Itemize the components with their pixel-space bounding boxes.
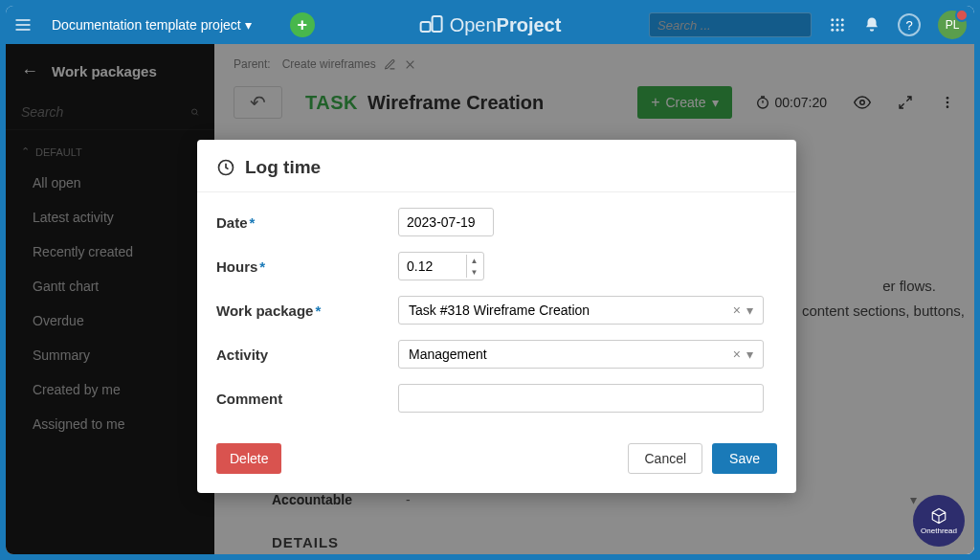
- brand-badge[interactable]: Onethread: [913, 495, 965, 547]
- app-header: Documentation template project ▾ + OpenP…: [6, 6, 974, 44]
- work-package-select[interactable]: Task #318 Wireframe Creation × ▾: [398, 296, 764, 325]
- chevron-down-icon[interactable]: ▾: [746, 347, 753, 362]
- svg-point-15: [841, 29, 844, 32]
- logo-text-1: Open: [450, 14, 497, 35]
- svg-rect-4: [433, 16, 442, 32]
- svg-point-14: [836, 29, 839, 32]
- project-name-label: Documentation template project: [52, 17, 241, 33]
- svg-point-8: [836, 18, 839, 21]
- svg-point-11: [836, 24, 839, 27]
- label-date: Date: [216, 214, 248, 231]
- delete-button[interactable]: Delete: [216, 443, 281, 474]
- hours-spinner[interactable]: ▲▼: [466, 255, 481, 278]
- search-input[interactable]: [657, 18, 819, 33]
- project-selector[interactable]: Documentation template project ▾: [52, 17, 252, 33]
- svg-point-13: [831, 29, 834, 32]
- avatar[interactable]: PL: [938, 11, 967, 39]
- svg-point-9: [841, 18, 844, 21]
- apps-icon[interactable]: [829, 16, 846, 34]
- logo-icon: [419, 14, 444, 35]
- label-hours: Hours: [216, 258, 257, 275]
- save-button[interactable]: Save: [712, 443, 777, 474]
- log-time-modal: Log time Date* Hours* ▲▼ Work package*: [197, 140, 796, 493]
- app-logo: OpenProject: [419, 14, 562, 36]
- label-work-package: Work package: [216, 302, 313, 319]
- comment-input[interactable]: [398, 384, 764, 413]
- chevron-down-icon[interactable]: ▾: [746, 302, 753, 318]
- cancel-button[interactable]: Cancel: [628, 443, 702, 474]
- spinner-down-icon[interactable]: ▼: [467, 266, 481, 278]
- svg-point-7: [831, 18, 834, 21]
- menu-icon[interactable]: [13, 15, 33, 34]
- modal-title: Log time: [245, 157, 321, 178]
- svg-point-10: [831, 24, 834, 27]
- label-activity: Activity: [216, 347, 268, 363]
- chevron-down-icon: ▾: [245, 17, 252, 33]
- add-button[interactable]: +: [290, 12, 315, 37]
- logo-text-2: Project: [497, 14, 562, 35]
- spinner-up-icon[interactable]: ▲: [467, 255, 481, 266]
- svg-rect-3: [421, 22, 431, 32]
- activity-select[interactable]: Management × ▾: [398, 340, 764, 369]
- date-input[interactable]: [398, 208, 494, 236]
- clear-icon[interactable]: ×: [733, 302, 741, 318]
- help-icon[interactable]: ?: [898, 13, 921, 36]
- svg-point-12: [841, 24, 844, 27]
- clock-icon: [216, 158, 235, 177]
- clear-icon[interactable]: ×: [733, 347, 741, 362]
- global-search[interactable]: [649, 12, 812, 37]
- label-comment: Comment: [216, 391, 282, 407]
- bell-icon[interactable]: [863, 16, 880, 34]
- cube-icon: [929, 507, 948, 525]
